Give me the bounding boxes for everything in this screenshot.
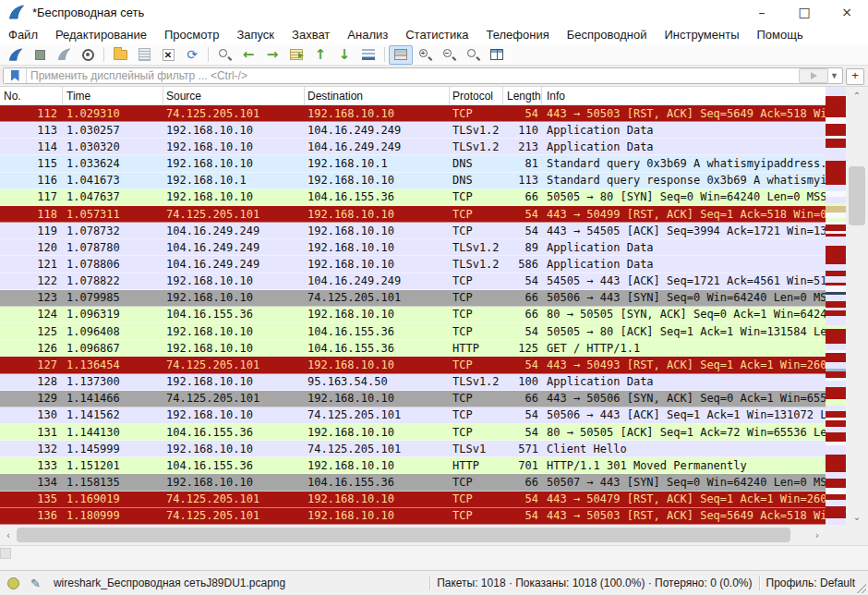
packet-row-117[interactable]: 1171.047637192.168.10.10104.16.155.36TCP… <box>0 189 826 206</box>
packet-row-121[interactable]: 1211.078806104.16.249.249192.168.10.10TL… <box>0 256 826 273</box>
display-filter-input[interactable] <box>27 69 799 82</box>
packet-row-127[interactable]: 1271.13645474.125.205.101192.168.10.10TC… <box>0 357 826 373</box>
minimap-stripe <box>826 295 846 301</box>
menu-item-8[interactable]: Беспроводной <box>567 28 647 42</box>
cell-info: 443 → 54505 [ACK] Seq=3994 Ack=1721 Win=… <box>538 225 826 237</box>
cell-proto: TCP <box>450 509 503 522</box>
cell-src: 192.168.10.10 <box>163 375 305 388</box>
packet-row-135[interactable]: 1351.16901974.125.205.101192.168.10.10TC… <box>0 492 826 508</box>
open-file-icon[interactable] <box>108 45 132 65</box>
packet-row-134[interactable]: 1341.158135192.168.10.10104.16.155.36TCP… <box>0 474 826 491</box>
menu-item-4[interactable]: Захват <box>292 28 330 42</box>
cell-info: 443 → 50479 [RST, ACK] Seq=1 Ack=1 Win=2… <box>538 492 826 505</box>
cell-info: 443 → 50499 [RST, ACK] Seq=1 Ack=518 Win… <box>538 208 826 221</box>
packet-row-115[interactable]: 1151.033624192.168.10.10192.168.10.1DNS8… <box>0 155 826 172</box>
menu-item-1[interactable]: Редактирование <box>55 28 147 42</box>
expert-info-icon[interactable] <box>7 577 19 589</box>
menu-item-7[interactable]: Телефония <box>486 28 549 42</box>
minimize-button[interactable]: – <box>741 0 783 24</box>
restart-capture-icon[interactable] <box>52 45 76 65</box>
reload-file-icon[interactable]: ⟳ <box>180 45 204 65</box>
menu-item-9[interactable]: Инструменты <box>664 28 739 42</box>
colorize-packets-icon[interactable] <box>389 45 413 65</box>
cell-len: 81 <box>503 157 538 170</box>
go-back-icon[interactable]: ← <box>236 45 260 65</box>
menu-item-2[interactable]: Просмотр <box>164 28 219 42</box>
find-packet-icon[interactable] <box>212 45 236 65</box>
packet-row-128[interactable]: 1281.137300192.168.10.1095.163.54.50TLSv… <box>0 374 826 391</box>
packet-row-119[interactable]: 1191.078732104.16.249.249192.168.10.10TC… <box>0 223 826 239</box>
packet-row-114[interactable]: 1141.030320192.168.10.10104.16.249.249TL… <box>0 139 826 155</box>
packet-row-130[interactable]: 1301.141562192.168.10.1074.125.205.101TC… <box>0 407 826 424</box>
column-header-length[interactable]: Length <box>503 87 542 104</box>
packet-row-122[interactable]: 1221.078822192.168.10.10104.16.249.249TC… <box>0 273 826 290</box>
go-first-packet-icon[interactable]: ↑ <box>308 45 332 65</box>
column-header-source[interactable]: Source <box>163 87 305 104</box>
menu-item-6[interactable]: Статистика <box>405 28 468 42</box>
maximize-button[interactable]: □ <box>783 0 826 24</box>
menu-item-3[interactable]: Запуск <box>236 28 274 42</box>
capture-comment-icon[interactable]: ✎ <box>30 577 41 590</box>
minimap-stripe <box>826 406 846 412</box>
auto-scroll-icon[interactable] <box>356 45 380 65</box>
cell-info: Application Data <box>538 241 826 254</box>
vertical-scroll-thumb[interactable] <box>849 166 865 225</box>
column-header-destination[interactable]: Destination <box>305 87 450 104</box>
packet-row-120[interactable]: 1201.078780104.16.249.249192.168.10.10TL… <box>0 239 826 256</box>
pane-splitter-handle[interactable] <box>0 548 11 559</box>
horizontal-scroll-thumb[interactable] <box>17 528 790 542</box>
column-header-protocol[interactable]: Protocol <box>450 87 503 104</box>
capture-options-icon[interactable] <box>76 45 100 65</box>
packet-row-129[interactable]: 1291.14146674.125.205.101192.168.10.10TC… <box>0 391 826 407</box>
menu-item-10[interactable]: Помощь <box>757 28 803 42</box>
packet-row-113[interactable]: 1131.030257192.168.10.10104.16.249.249TL… <box>0 122 826 139</box>
resize-grip[interactable] <box>857 584 866 593</box>
scroll-right-icon[interactable]: › <box>809 525 826 545</box>
column-header-time[interactable]: Time <box>63 87 163 104</box>
filter-bookmark-button[interactable] <box>4 68 27 83</box>
profile-label[interactable]: Профиль: Default <box>766 577 856 589</box>
scroll-left-icon[interactable]: ‹ <box>0 525 17 545</box>
save-file-icon[interactable] <box>132 45 156 65</box>
zoom-out-icon[interactable]: − <box>437 45 461 65</box>
packet-row-126[interactable]: 1261.096867192.168.10.10104.16.155.36HTT… <box>0 340 826 357</box>
filter-dropdown-caret[interactable]: ▼ <box>830 71 838 80</box>
cell-dst: 104.16.155.36 <box>305 476 450 489</box>
resize-columns-icon[interactable] <box>485 45 509 65</box>
vertical-scrollbar[interactable]: ⌃ ⌄ <box>846 87 868 525</box>
zoom-normal-icon[interactable] <box>461 45 485 65</box>
minimap-stripe <box>826 518 846 525</box>
stop-capture-icon[interactable] <box>28 45 52 65</box>
cell-src: 74.125.205.101 <box>163 107 305 120</box>
packet-row-132[interactable]: 1321.145999192.168.10.1074.125.205.101TL… <box>0 441 826 457</box>
cell-time: 1.030257 <box>66 124 163 137</box>
column-header-no[interactable]: No. <box>0 87 63 104</box>
minimap-stripe <box>826 488 846 494</box>
add-filter-button[interactable]: + <box>846 68 864 85</box>
horizontal-scrollbar[interactable]: ‹ › <box>0 525 826 545</box>
go-to-packet-icon[interactable] <box>284 45 308 65</box>
menu-item-0[interactable]: Файл <box>8 28 38 42</box>
packet-row-133[interactable]: 1331.151201104.16.155.36192.168.10.10HTT… <box>0 457 826 474</box>
go-last-packet-icon[interactable]: ↓ <box>332 45 356 65</box>
close-button[interactable]: × <box>826 0 868 24</box>
scroll-down-icon[interactable]: ⌄ <box>846 508 868 525</box>
packet-row-116[interactable]: 1161.041673192.168.10.1192.168.10.10DNS1… <box>0 173 826 189</box>
packet-row-118[interactable]: 1181.05731174.125.205.101192.168.10.10TC… <box>0 206 826 223</box>
packet-row-124[interactable]: 1241.096319104.16.155.36192.168.10.10TCP… <box>0 307 826 323</box>
cell-no: 127 <box>0 358 57 371</box>
packet-row-125[interactable]: 1251.096408192.168.10.10104.16.155.36TCP… <box>0 323 826 340</box>
column-header-info[interactable]: Info <box>542 87 826 104</box>
zoom-in-icon[interactable]: + <box>413 45 437 65</box>
packet-row-136[interactable]: 1361.18099974.125.205.101192.168.10.10TC… <box>0 508 826 525</box>
scroll-up-icon[interactable]: ⌃ <box>846 87 868 103</box>
go-forward-icon[interactable]: → <box>260 45 284 65</box>
menu-item-5[interactable]: Анализ <box>347 28 388 42</box>
packet-row-112[interactable]: 1121.02931074.125.205.101192.168.10.10TC… <box>0 105 826 122</box>
packet-row-123[interactable]: 1231.079985192.168.10.1074.125.205.101TC… <box>0 290 826 307</box>
packet-row-131[interactable]: 1311.144130104.16.155.36192.168.10.10TCP… <box>0 424 826 441</box>
start-capture-icon[interactable] <box>4 45 28 65</box>
apply-filter-button[interactable] <box>799 68 828 83</box>
scroll-minimap[interactable] <box>826 87 846 525</box>
close-file-icon[interactable]: ✕ <box>156 45 180 65</box>
